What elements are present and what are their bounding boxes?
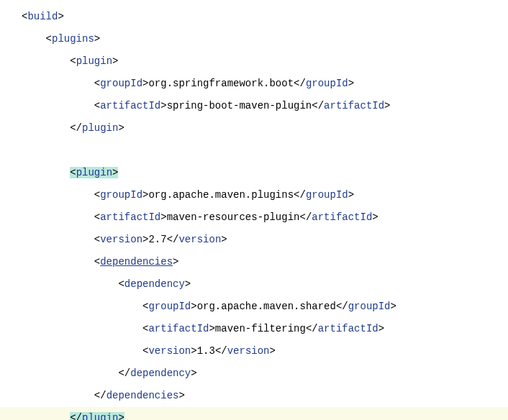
- code-line: <version>2.7</version>: [22, 229, 508, 251]
- xml-tag: artifactId: [148, 323, 209, 334]
- xml-tag-close: dependency: [130, 368, 191, 379]
- code-line-blank: [22, 140, 508, 162]
- code-line: <groupId>org.springframework.boot</group…: [22, 73, 508, 95]
- xml-tag: version: [100, 234, 142, 245]
- xml-tag: plugins: [52, 33, 94, 45]
- xml-tag: version: [148, 345, 191, 357]
- xml-tag-close: groupId: [306, 189, 348, 201]
- xml-tag: plugin: [76, 55, 112, 67]
- code-line: <artifactId>maven-filtering</artifactId>: [22, 318, 508, 340]
- xml-tag: groupId: [148, 301, 191, 312]
- highlight-end: </plugin>: [70, 412, 124, 420]
- xml-tag: dependencies: [100, 256, 173, 268]
- xml-tag: build: [27, 11, 58, 22]
- xml-text: org.apache.maven.plugins: [148, 189, 294, 201]
- xml-tag-close: groupId: [348, 301, 391, 312]
- xml-text: maven-resources-plugin: [167, 211, 300, 223]
- xml-tag-close: plugin: [82, 412, 118, 420]
- xml-tag: groupId: [100, 78, 142, 89]
- xml-tag-close: dependencies: [106, 390, 179, 401]
- code-line: <dependency>: [22, 273, 508, 296]
- code-line: <plugins>: [22, 28, 508, 50]
- code-line: <dependencies>: [22, 251, 508, 273]
- xml-tag: plugin: [76, 167, 112, 178]
- code-line: <version>1.3</version>: [22, 340, 508, 362]
- xml-text: maven-filtering: [215, 323, 306, 334]
- code-line: <groupId>org.apache.maven.shared</groupI…: [22, 296, 508, 318]
- xml-tag-close: groupId: [306, 78, 348, 89]
- xml-text: spring-boot-maven-plugin: [167, 100, 312, 111]
- highlight-start: <plugin>: [70, 167, 118, 178]
- xml-text: 2.7: [148, 234, 166, 245]
- xml-tag: dependency: [124, 278, 185, 290]
- code-line: <build>: [22, 6, 508, 28]
- code-line: <plugin>: [22, 50, 508, 73]
- code-line-highlighted: </plugin>: [0, 407, 508, 420]
- xml-tag-close: version: [178, 234, 221, 245]
- xml-text: org.springframework.boot: [148, 78, 294, 89]
- xml-tag: artifactId: [100, 211, 160, 223]
- code-line: </plugin>: [22, 117, 508, 140]
- xml-tag: artifactId: [100, 100, 160, 111]
- xml-tag-close: artifactId: [324, 100, 384, 111]
- code-line: <artifactId>maven-resources-plugin</arti…: [22, 206, 508, 229]
- xml-tag-close: artifactId: [312, 211, 372, 223]
- xml-tag-close: artifactId: [318, 323, 378, 334]
- code-line: </dependency>: [22, 362, 508, 385]
- xml-text: org.apache.maven.shared: [197, 301, 336, 312]
- xml-text: 1.3: [197, 345, 215, 357]
- code-line: <artifactId>spring-boot-maven-plugin</ar…: [22, 95, 508, 117]
- code-line: <groupId>org.apache.maven.plugins</group…: [22, 184, 508, 206]
- xml-tag: groupId: [100, 189, 142, 201]
- code-line: </dependencies>: [22, 385, 508, 407]
- xml-tag-close: version: [227, 345, 270, 357]
- code-line: <plugin>: [22, 162, 508, 184]
- xml-tag-close: plugin: [82, 122, 118, 134]
